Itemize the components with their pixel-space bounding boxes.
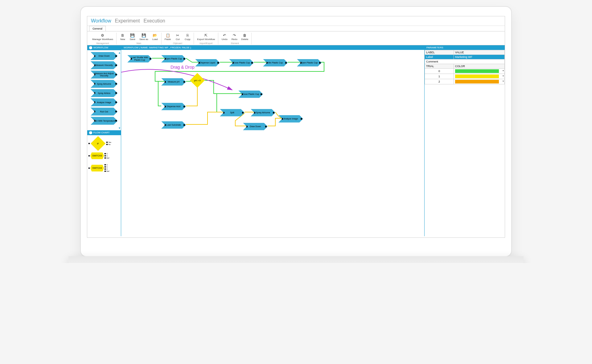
menubar-tab-execution[interactable]: Execution xyxy=(143,18,165,24)
redo-icon: ↷ xyxy=(233,33,236,38)
canvas-node[interactable]: Analyze Image xyxy=(278,115,303,123)
palette-node[interactable]: Draw Down xyxy=(91,52,118,60)
palette-switch3-node[interactable]: SWITCH3 xyxy=(90,152,104,159)
ribbon-new-button[interactable]: 🗎New xyxy=(118,33,127,42)
scroll-up-icon[interactable]: ▴ xyxy=(119,51,120,54)
palette-if-node[interactable]: IF xyxy=(91,136,105,151)
app-window: Workflow Experiment Execution General ⚙M… xyxy=(87,16,505,238)
canvas-node[interactable]: Close Plastic Cup xyxy=(238,91,263,98)
ribbon-export-workflow-button[interactable]: ⇱Export Workflow xyxy=(196,33,216,42)
palette-node[interactable]: Measure Viscosity xyxy=(91,61,118,69)
ribbon-manage-workflows-button[interactable]: ⚙Manage Workflows xyxy=(91,33,114,42)
canvas-node[interactable]: Load Shuttle With Plastic Cup xyxy=(127,55,152,63)
sidebar: ˄ WORKFLOW ▴ ▾ Draw DownMeasure Viscosit… xyxy=(87,45,121,236)
save-as-icon: 💾 xyxy=(142,33,146,38)
palette-node[interactable]: Cure With Temperature xyxy=(91,117,118,125)
trial-cell: 2 xyxy=(425,79,454,84)
ribbon-group-label: Clipboard xyxy=(173,42,182,44)
workspace: ˄ WORKFLOW ▴ ▾ Draw DownMeasure Viscosit… xyxy=(87,45,505,236)
trial-cell: 0 xyxy=(425,68,454,74)
menubar-tab-experiment[interactable]: Experiment xyxy=(115,18,140,24)
ribbon-item-label: Copy xyxy=(185,38,191,41)
trial-color-cell[interactable]: ▾ xyxy=(454,79,504,84)
canvas-node[interactable]: Draw Down xyxy=(243,123,268,130)
palette-node[interactable]: Analyse Image xyxy=(91,98,118,106)
palette-node[interactable]: Rub Out xyxy=(91,107,118,115)
dropdown-icon[interactable]: ▾ xyxy=(503,80,504,83)
canvas-node[interactable]: Spray Airborne xyxy=(251,109,275,116)
canvas-node[interactable]: Measure pH xyxy=(161,78,186,86)
ribbon-group: 🗎New💾Save💾Save as📂LoadMain xyxy=(117,33,162,44)
manage-workflows-icon: ⚙ xyxy=(101,33,104,38)
ribbon-save-button[interactable]: 💾Save xyxy=(128,33,137,42)
parameters-panel: PARAMETERS LABELVALUE LabelMarketing WF … xyxy=(425,45,505,236)
workflow-items-list[interactable]: ▴ ▾ Draw DownMeasure ViscosityMeasure An… xyxy=(87,50,121,130)
canvas-node[interactable]: Load Substrate xyxy=(161,121,186,129)
canvas-node[interactable]: Mix Plastic Cup xyxy=(263,59,288,67)
col-value: VALUE xyxy=(454,50,504,55)
input-port xyxy=(88,143,90,144)
canvas-node[interactable]: Open Plastic Cup xyxy=(297,59,322,67)
scroll-down-icon[interactable]: ▾ xyxy=(119,126,120,130)
output-port: C xyxy=(105,153,109,155)
ribbon-delete-button[interactable]: 🗑Delete xyxy=(240,33,249,42)
trial-color-cell[interactable]: ▾ xyxy=(454,74,504,79)
workflow-panel-header[interactable]: ˄ WORKFLOW xyxy=(87,45,121,50)
canvas-node[interactable]: Split xyxy=(220,109,245,116)
canvas-node[interactable]: Open Plastic Cup xyxy=(161,55,186,63)
output-port: Def xyxy=(105,157,109,159)
undo-icon: ↶ xyxy=(223,33,226,38)
flowchart-items-list[interactable]: IFYesNoSWITCH3CCDefSWITCH4CCCDef xyxy=(87,135,121,236)
param-label-value[interactable]: Marketing WF xyxy=(454,55,504,59)
canvas-area[interactable]: Drag & Drop Load Shuttle With Plastic Cu… xyxy=(121,50,424,236)
col-color: COLOR xyxy=(454,64,504,68)
ribbon-item-label: Delete xyxy=(241,38,248,41)
ribbon-item-label: Save as xyxy=(139,38,148,41)
palette-node[interactable]: Measure And Adjust Viscosity xyxy=(91,71,118,79)
output-port: Def xyxy=(105,170,109,172)
flowchart-panel-header[interactable]: ˄ FLOW CHART xyxy=(87,130,121,135)
canvas-node[interactable]: Close Plastic Cup xyxy=(229,59,254,67)
canvas[interactable]: WORKFLOW ( NAME: MARKETING WF , FROZEN: … xyxy=(121,45,425,236)
output-port: No xyxy=(106,144,111,145)
param-label-key: Label xyxy=(425,55,454,59)
ribbon-tab-row: General xyxy=(87,26,505,31)
ribbon-load-button[interactable]: 📂Load xyxy=(151,33,159,42)
trial-cell: 1 xyxy=(425,74,454,79)
ribbon-group-label: Main xyxy=(137,42,141,44)
workflow-panel-title: WORKFLOW xyxy=(93,46,108,49)
palette-node[interactable]: Spray Airless xyxy=(91,89,118,97)
param-comment[interactable]: Comment xyxy=(425,59,505,64)
canvas-node[interactable]: pH > 9 xyxy=(190,73,205,88)
ribbon-paste-button[interactable]: 📋Paste xyxy=(163,33,172,42)
canvas-node[interactable]: Dispense Liquid xyxy=(195,59,220,67)
chevron-up-icon: ˄ xyxy=(89,46,92,49)
color-swatch xyxy=(455,75,499,78)
palette-node[interactable]: Spray Airborne xyxy=(91,80,118,88)
canvas-node[interactable]: Dispense Acid xyxy=(161,103,186,110)
ribbon-tab-general[interactable]: General xyxy=(89,26,106,31)
ribbon-group: ⇱Export WorkflowImport/Export xyxy=(194,33,218,44)
output-port: C xyxy=(105,164,109,166)
ribbon-save-as-button[interactable]: 💾Save as xyxy=(138,33,150,42)
parameters-header: PARAMETERS xyxy=(425,45,505,50)
canvas-title: WORKFLOW ( NAME: MARKETING WF , FROZEN: … xyxy=(121,45,424,50)
palette-switch4-node[interactable]: SWITCH4 xyxy=(90,165,104,172)
ribbon-item-label: New xyxy=(120,38,125,41)
ribbon-cut-button[interactable]: ✂Cut xyxy=(173,33,182,42)
trial-color-cell[interactable]: ▾ xyxy=(454,68,504,74)
dropdown-icon[interactable]: ▾ xyxy=(503,69,504,72)
ribbon-group-label: Management xyxy=(97,42,109,44)
new-icon: 🗎 xyxy=(121,33,125,38)
dropdown-icon[interactable]: ▾ xyxy=(503,75,504,77)
output-port: C xyxy=(105,155,109,157)
menubar-tab-workflow[interactable]: Workflow xyxy=(91,18,111,24)
ribbon-redo-button[interactable]: ↷Redo xyxy=(230,33,239,42)
ribbon-group: ↶Undo↷Redo🗑DeleteElement xyxy=(218,33,252,44)
ribbon-group: 📋Paste✂Cut⎘CopyClipboard xyxy=(162,33,194,44)
ribbon-item-label: Cut xyxy=(176,38,179,41)
color-swatch xyxy=(455,80,499,83)
menubar: Workflow Experiment Execution xyxy=(87,16,505,26)
ribbon-copy-button[interactable]: ⎘Copy xyxy=(183,33,192,42)
ribbon-undo-button[interactable]: ↶Undo xyxy=(220,33,229,42)
